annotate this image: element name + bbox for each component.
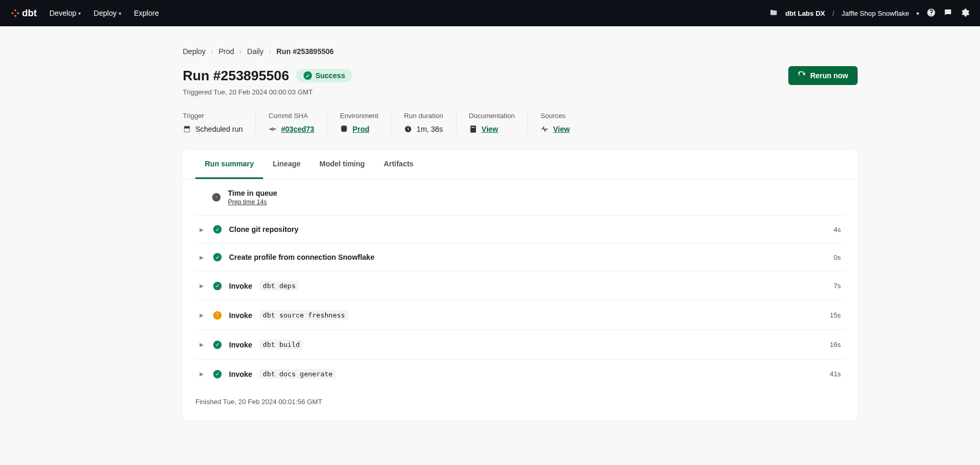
gear-icon[interactable] bbox=[960, 8, 969, 19]
org-name[interactable]: dbt Labs DX bbox=[785, 9, 825, 17]
step-row[interactable]: ▶✓Create profile from connection Snowfla… bbox=[195, 244, 845, 271]
expand-icon[interactable]: ▶ bbox=[200, 283, 206, 289]
svg-point-3 bbox=[341, 125, 347, 128]
step-title: Clone git repository bbox=[229, 225, 298, 234]
check-circle-icon: ✓ bbox=[213, 341, 222, 349]
run-summary-card: Run summary Lineage Model timing Artifac… bbox=[183, 150, 858, 420]
meta-env-label: Environment bbox=[340, 112, 378, 120]
logo-text: dbt bbox=[22, 8, 37, 19]
refresh-icon bbox=[798, 71, 806, 80]
triggered-timestamp: Triggered Tue, 20 Feb 2024 00:00:03 GMT bbox=[183, 88, 858, 96]
database-icon bbox=[340, 125, 348, 133]
nav-develop[interactable]: Develop ▾ bbox=[49, 9, 81, 17]
nav-explore[interactable]: Explore bbox=[134, 9, 159, 17]
tab-lineage[interactable]: Lineage bbox=[263, 150, 310, 179]
step-title: Invoke bbox=[229, 341, 252, 349]
chat-icon[interactable] bbox=[943, 8, 953, 19]
breadcrumb-run: Run #253895506 bbox=[276, 47, 333, 56]
check-circle-icon: ✓ bbox=[304, 71, 312, 80]
breadcrumb-deploy[interactable]: Deploy bbox=[183, 47, 206, 56]
logo-icon bbox=[11, 8, 20, 18]
nav-develop-label: Develop bbox=[49, 9, 76, 17]
check-circle-icon: ✓ bbox=[213, 253, 222, 261]
chevron-down-icon[interactable]: ▾ bbox=[916, 10, 919, 16]
step-row[interactable]: ▶✓Invokedbt deps7s bbox=[195, 271, 845, 301]
queue-prep-link[interactable]: Prep time 14s bbox=[228, 198, 277, 206]
page-title: Run #253895506 bbox=[183, 68, 289, 84]
meta-commit-label: Commit SHA bbox=[268, 112, 314, 120]
expand-icon[interactable]: ▶ bbox=[200, 312, 206, 318]
pulse-icon bbox=[540, 125, 549, 133]
clock-icon bbox=[404, 125, 412, 133]
step-duration: 16s bbox=[830, 341, 841, 348]
nav-deploy[interactable]: Deploy ▾ bbox=[93, 9, 121, 17]
check-circle-icon: ✓ bbox=[213, 370, 222, 378]
breadcrumb-separator: / bbox=[832, 9, 835, 17]
status-badge-label: Success bbox=[315, 71, 345, 80]
meta-sources-label: Sources bbox=[540, 112, 570, 120]
meta-docs-link[interactable]: View bbox=[482, 125, 498, 133]
expand-icon[interactable]: ▶ bbox=[200, 255, 206, 260]
rerun-button-label: Rerun now bbox=[810, 71, 848, 80]
nav-right: dbt Labs DX / Jaffle Shop Snowflake ▾ bbox=[769, 8, 969, 19]
clock-icon bbox=[212, 193, 221, 202]
queue-title: Time in queue bbox=[228, 189, 277, 197]
meta-sources-link[interactable]: View bbox=[553, 125, 570, 133]
breadcrumb: Deploy › Prod › Daily › Run #253895506 bbox=[183, 47, 858, 56]
step-command: dbt source freshness bbox=[259, 310, 348, 320]
rerun-button[interactable]: Rerun now bbox=[788, 66, 858, 85]
meta-trigger-value: Scheduled run bbox=[195, 125, 243, 133]
status-badge: ✓ Success bbox=[296, 69, 352, 82]
expand-icon[interactable]: ▶ bbox=[200, 371, 206, 377]
expand-icon[interactable]: ▶ bbox=[200, 227, 206, 232]
tab-artifacts[interactable]: Artifacts bbox=[374, 150, 423, 179]
tabs: Run summary Lineage Model timing Artifac… bbox=[183, 150, 858, 179]
step-queue: Time in queue Prep time 14s bbox=[195, 179, 845, 216]
tab-run-summary[interactable]: Run summary bbox=[195, 150, 263, 179]
meta-env-link[interactable]: Prod bbox=[352, 125, 369, 133]
help-icon[interactable] bbox=[926, 8, 936, 19]
step-title: Invoke bbox=[229, 370, 252, 378]
svg-point-0 bbox=[272, 128, 274, 130]
chevron-down-icon: ▾ bbox=[78, 10, 81, 16]
step-command: dbt docs generate bbox=[259, 369, 336, 379]
meta-docs-label: Documentation bbox=[469, 112, 515, 120]
finished-timestamp: Finished Tue, 20 Feb 2024 00:01:56 GMT bbox=[183, 388, 858, 420]
logo[interactable]: dbt bbox=[11, 8, 37, 19]
warning-circle-icon: ! bbox=[213, 311, 222, 320]
chevron-down-icon: ▾ bbox=[119, 10, 121, 16]
meta-trigger-label: Trigger bbox=[183, 112, 243, 120]
meta-commit-link[interactable]: #03ced73 bbox=[281, 125, 314, 133]
step-command: dbt deps bbox=[259, 281, 299, 291]
chevron-right-icon: › bbox=[239, 47, 242, 56]
step-title: Invoke bbox=[229, 311, 252, 320]
step-duration: 15s bbox=[830, 311, 841, 319]
expand-icon[interactable]: ▶ bbox=[200, 342, 206, 347]
folder-icon bbox=[769, 8, 778, 18]
chevron-right-icon: › bbox=[269, 47, 272, 56]
topnav: dbt Develop ▾ Deploy ▾ Explore dbt Labs … bbox=[0, 0, 980, 26]
step-title: Create profile from connection Snowflake bbox=[229, 253, 374, 261]
book-icon bbox=[469, 125, 477, 133]
meta-duration-label: Run duration bbox=[404, 112, 443, 120]
commit-icon bbox=[268, 125, 277, 133]
step-duration: 41s bbox=[830, 370, 841, 378]
step-row[interactable]: ▶✓Clone git repository4s bbox=[195, 216, 845, 244]
check-circle-icon: ✓ bbox=[213, 282, 222, 290]
step-title: Invoke bbox=[229, 282, 252, 290]
tab-model-timing[interactable]: Model timing bbox=[310, 150, 374, 179]
meta-row: Trigger Scheduled run Commit SHA #03ced7… bbox=[183, 112, 858, 133]
breadcrumb-job[interactable]: Daily bbox=[247, 47, 264, 56]
check-circle-icon: ✓ bbox=[213, 225, 222, 234]
nav-explore-label: Explore bbox=[134, 9, 159, 17]
nav-deploy-label: Deploy bbox=[93, 9, 117, 17]
step-duration: 7s bbox=[833, 282, 841, 290]
breadcrumb-env[interactable]: Prod bbox=[218, 47, 234, 56]
step-row[interactable]: ▶!Invokedbt source freshness15s bbox=[195, 301, 845, 330]
step-row[interactable]: ▶✓Invokedbt docs generate41s bbox=[195, 360, 845, 388]
step-command: dbt build bbox=[259, 340, 303, 350]
chevron-right-icon: › bbox=[211, 47, 214, 56]
steps-list: Time in queue Prep time 14s ▶✓Clone git … bbox=[183, 179, 858, 388]
step-row[interactable]: ▶✓Invokedbt build16s bbox=[195, 330, 845, 360]
project-name[interactable]: Jaffle Shop Snowflake bbox=[842, 9, 909, 17]
